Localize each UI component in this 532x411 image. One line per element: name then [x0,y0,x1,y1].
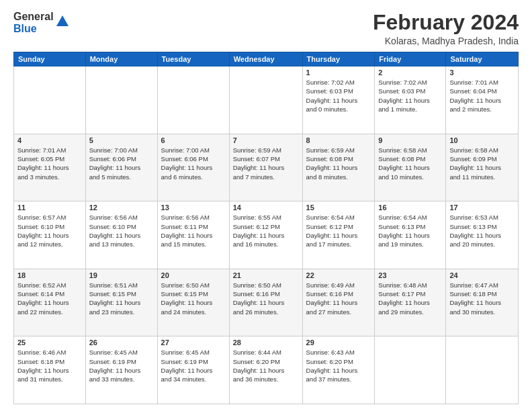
calendar-cell: 4Sunrise: 7:01 AM Sunset: 6:05 PM Daylig… [14,134,86,201]
day-info: Sunrise: 6:56 AM Sunset: 6:11 PM Dayligh… [161,213,226,248]
logo-line1: General [13,11,54,23]
logo-icon [55,14,70,29]
day-number: 5 [89,136,154,144]
col-thursday: Thursday [302,52,375,66]
day-number: 1 [306,68,371,77]
calendar-cell: 2Sunrise: 7:02 AM Sunset: 6:03 PM Daylig… [375,66,446,134]
calendar-week-row: 1Sunrise: 7:02 AM Sunset: 6:03 PM Daylig… [14,66,519,134]
col-monday: Monday [85,52,157,66]
calendar-cell: 1Sunrise: 7:02 AM Sunset: 6:03 PM Daylig… [302,66,375,134]
calendar-cell: 7Sunrise: 6:59 AM Sunset: 6:07 PM Daylig… [229,134,302,201]
day-info: Sunrise: 6:44 AM Sunset: 6:20 PM Dayligh… [233,348,299,383]
calendar-cell: 26Sunrise: 6:45 AM Sunset: 6:19 PM Dayli… [85,336,157,404]
day-number: 21 [233,271,299,279]
day-number: 15 [306,203,371,212]
day-number: 17 [449,203,515,212]
calendar-cell [229,66,302,134]
day-info: Sunrise: 7:02 AM Sunset: 6:03 PM Dayligh… [306,78,371,113]
day-number: 18 [17,271,82,279]
calendar-cell: 22Sunrise: 6:49 AM Sunset: 6:16 PM Dayli… [302,269,375,336]
day-number: 29 [306,338,371,347]
calendar-cell: 16Sunrise: 6:54 AM Sunset: 6:13 PM Dayli… [375,201,446,269]
day-info: Sunrise: 7:00 AM Sunset: 6:06 PM Dayligh… [89,146,154,181]
day-info: Sunrise: 7:02 AM Sunset: 6:03 PM Dayligh… [378,78,442,113]
col-wednesday: Wednesday [229,52,302,66]
calendar-cell: 12Sunrise: 6:56 AM Sunset: 6:10 PM Dayli… [85,201,157,269]
day-info: Sunrise: 6:43 AM Sunset: 6:20 PM Dayligh… [306,348,371,383]
calendar-cell: 9Sunrise: 6:58 AM Sunset: 6:08 PM Daylig… [375,134,446,201]
day-info: Sunrise: 7:01 AM Sunset: 6:04 PM Dayligh… [449,78,515,113]
calendar-cell: 3Sunrise: 7:01 AM Sunset: 6:04 PM Daylig… [446,66,519,134]
day-number: 9 [378,136,442,144]
calendar-week-row: 18Sunrise: 6:52 AM Sunset: 6:14 PM Dayli… [14,269,519,336]
day-info: Sunrise: 6:45 AM Sunset: 6:19 PM Dayligh… [89,348,154,383]
day-info: Sunrise: 6:46 AM Sunset: 6:18 PM Dayligh… [17,348,82,383]
calendar-cell: 17Sunrise: 6:53 AM Sunset: 6:13 PM Dayli… [446,201,519,269]
calendar-week-row: 11Sunrise: 6:57 AM Sunset: 6:10 PM Dayli… [14,201,519,269]
calendar-table: Sunday Monday Tuesday Wednesday Thursday… [13,52,519,404]
calendar-cell: 6Sunrise: 7:00 AM Sunset: 6:06 PM Daylig… [157,134,229,201]
calendar-cell: 24Sunrise: 6:47 AM Sunset: 6:18 PM Dayli… [446,269,519,336]
day-number: 23 [378,271,442,279]
day-info: Sunrise: 6:59 AM Sunset: 6:08 PM Dayligh… [306,146,371,181]
calendar-cell [446,336,519,404]
day-info: Sunrise: 6:57 AM Sunset: 6:10 PM Dayligh… [17,213,82,248]
calendar-cell: 23Sunrise: 6:48 AM Sunset: 6:17 PM Dayli… [375,269,446,336]
calendar-cell: 8Sunrise: 6:59 AM Sunset: 6:08 PM Daylig… [302,134,375,201]
day-number: 27 [161,338,226,347]
page: General Blue February 2024 Kolaras, Madh… [0,0,532,411]
day-info: Sunrise: 6:58 AM Sunset: 6:08 PM Dayligh… [378,146,442,181]
day-number: 24 [449,271,515,279]
subtitle: Kolaras, Madhya Pradesh, India [373,36,519,46]
day-info: Sunrise: 6:54 AM Sunset: 6:12 PM Dayligh… [306,213,371,248]
day-number: 16 [378,203,442,212]
calendar-cell: 10Sunrise: 6:58 AM Sunset: 6:09 PM Dayli… [446,134,519,201]
day-info: Sunrise: 6:53 AM Sunset: 6:13 PM Dayligh… [449,213,515,248]
header: General Blue February 2024 Kolaras, Madh… [13,11,519,46]
day-number: 10 [449,136,515,144]
day-number: 4 [17,136,82,144]
day-info: Sunrise: 6:48 AM Sunset: 6:17 PM Dayligh… [378,281,442,316]
calendar-cell: 14Sunrise: 6:55 AM Sunset: 6:12 PM Dayli… [229,201,302,269]
calendar-cell: 13Sunrise: 6:56 AM Sunset: 6:11 PM Dayli… [157,201,229,269]
main-title: February 2024 [373,11,519,34]
day-info: Sunrise: 6:47 AM Sunset: 6:18 PM Dayligh… [449,281,515,316]
col-saturday: Saturday [446,52,519,66]
day-number: 3 [449,68,515,77]
calendar-cell: 15Sunrise: 6:54 AM Sunset: 6:12 PM Dayli… [302,201,375,269]
weekday-header-row: Sunday Monday Tuesday Wednesday Thursday… [14,52,519,66]
day-info: Sunrise: 6:49 AM Sunset: 6:16 PM Dayligh… [306,281,371,316]
calendar-cell: 19Sunrise: 6:51 AM Sunset: 6:15 PM Dayli… [85,269,157,336]
day-number: 6 [161,136,226,144]
day-info: Sunrise: 6:50 AM Sunset: 6:16 PM Dayligh… [233,281,299,316]
calendar-cell: 25Sunrise: 6:46 AM Sunset: 6:18 PM Dayli… [14,336,86,404]
day-info: Sunrise: 6:58 AM Sunset: 6:09 PM Dayligh… [449,146,515,181]
calendar-cell: 27Sunrise: 6:45 AM Sunset: 6:19 PM Dayli… [157,336,229,404]
calendar-cell: 20Sunrise: 6:50 AM Sunset: 6:15 PM Dayli… [157,269,229,336]
day-number: 28 [233,338,299,347]
calendar-cell [375,336,446,404]
day-number: 2 [378,68,442,77]
logo: General Blue [13,11,70,35]
logo-line2: Blue [13,23,54,35]
calendar-cell: 21Sunrise: 6:50 AM Sunset: 6:16 PM Dayli… [229,269,302,336]
day-info: Sunrise: 6:52 AM Sunset: 6:14 PM Dayligh… [17,281,82,316]
calendar-cell: 11Sunrise: 6:57 AM Sunset: 6:10 PM Dayli… [14,201,86,269]
day-number: 22 [306,271,371,279]
day-number: 8 [306,136,371,144]
title-block: February 2024 Kolaras, Madhya Pradesh, I… [373,11,519,46]
logo-text: General Blue [13,11,54,35]
calendar-week-row: 4Sunrise: 7:01 AM Sunset: 6:05 PM Daylig… [14,134,519,201]
day-info: Sunrise: 6:55 AM Sunset: 6:12 PM Dayligh… [233,213,299,248]
day-number: 14 [233,203,299,212]
day-info: Sunrise: 6:56 AM Sunset: 6:10 PM Dayligh… [89,213,154,248]
day-info: Sunrise: 6:51 AM Sunset: 6:15 PM Dayligh… [89,281,154,316]
calendar-cell: 28Sunrise: 6:44 AM Sunset: 6:20 PM Dayli… [229,336,302,404]
calendar-cell [157,66,229,134]
calendar-header: Sunday Monday Tuesday Wednesday Thursday… [14,52,519,66]
day-info: Sunrise: 6:45 AM Sunset: 6:19 PM Dayligh… [161,348,226,383]
calendar-cell [85,66,157,134]
day-info: Sunrise: 6:50 AM Sunset: 6:15 PM Dayligh… [161,281,226,316]
col-tuesday: Tuesday [157,52,229,66]
day-number: 19 [89,271,154,279]
